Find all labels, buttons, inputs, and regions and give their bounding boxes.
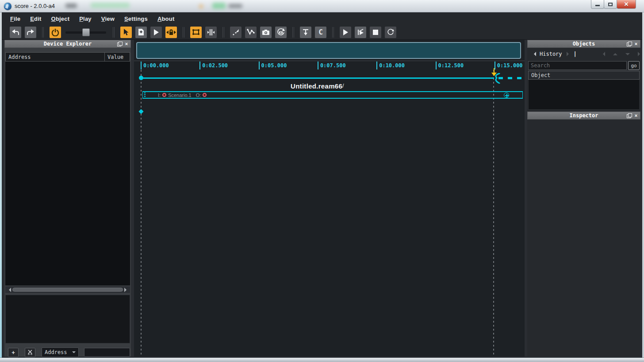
scatter-dots-icon [232, 29, 239, 36]
transport-play-button[interactable] [340, 27, 351, 38]
address-type-dropdown[interactable]: Address [42, 347, 79, 357]
toolbar-separator [183, 27, 184, 38]
chevron-down-icon [72, 351, 76, 355]
window-title: score - 2.0.0-a4 [15, 3, 55, 9]
interval-infinite-dashes [498, 77, 522, 79]
interval-line[interactable] [141, 77, 494, 79]
add-process-icon[interactable] [504, 92, 509, 98]
interval-speed-glyph: / [342, 82, 344, 89]
refresh-rate-slider[interactable] [65, 27, 106, 38]
process-slot[interactable]: I: Scenario.1 O: [142, 91, 523, 99]
create-tool-button[interactable] [135, 27, 147, 38]
menu-item-play[interactable]: Play [74, 13, 96, 24]
close-panel-icon[interactable]: × [633, 41, 639, 46]
slider-handle[interactable] [82, 28, 90, 36]
inspector-panel-title: Inspector [528, 112, 640, 119]
object-search-row: go [528, 61, 640, 70]
object-list-header[interactable]: Object [528, 71, 640, 80]
output-port-icon[interactable] [203, 93, 207, 97]
menu-item-file[interactable]: File [5, 13, 25, 24]
address-value-input[interactable] [84, 348, 130, 357]
curve-edit-button[interactable] [245, 27, 257, 38]
inspector-panel-titlebar[interactable]: Inspector × [527, 112, 640, 119]
maximize-button[interactable] [604, 0, 617, 9]
condition-tool-button[interactable]: C [315, 27, 326, 38]
float-panel-icon[interactable] [626, 41, 632, 46]
record-automation-button[interactable] [275, 27, 287, 38]
enable-listening-button[interactable] [50, 27, 61, 38]
input-port-icon[interactable] [162, 93, 166, 97]
go-label: go [631, 63, 636, 69]
timeline-minimap[interactable] [136, 42, 521, 59]
interval-name-text: Untitled.ream66 [291, 82, 342, 90]
end-event-dashed-line [493, 70, 494, 356]
redo-icon [27, 29, 34, 35]
device-messages-area[interactable] [5, 295, 130, 343]
sequence-lock-button[interactable] [165, 27, 177, 38]
add-device-button[interactable]: + [8, 348, 19, 357]
nav-left-icon[interactable] [601, 52, 605, 56]
play-tool-button[interactable] [150, 27, 162, 38]
power-icon [51, 28, 59, 36]
close-panel-icon[interactable]: × [633, 113, 639, 118]
process-title[interactable]: Scenario.1 [168, 92, 192, 98]
nav-up-icon[interactable] [613, 51, 617, 55]
device-tree-body[interactable] [5, 62, 130, 285]
transport-stop-button[interactable] [370, 27, 381, 38]
reinit-loop-icon [387, 29, 394, 36]
object-list[interactable] [528, 80, 640, 110]
menu-item-view[interactable]: View [96, 13, 119, 24]
interval-name[interactable]: Untitled.ream66/ [141, 82, 494, 90]
split-tool-button[interactable] [205, 27, 217, 38]
history-back-icon[interactable] [532, 52, 536, 56]
play-from-here-button[interactable] [355, 27, 366, 38]
device-tree-hscrollbar[interactable] [5, 286, 130, 293]
objects-panel-titlebar[interactable]: Objects × [527, 40, 640, 48]
menu-item-object[interactable]: Object [46, 13, 75, 24]
scrollbar-handle[interactable] [12, 288, 123, 292]
rubber-band-select-button[interactable] [190, 27, 202, 38]
history-forward-icon[interactable] [567, 52, 571, 56]
float-panel-icon[interactable] [117, 41, 122, 46]
menu-item-settings[interactable]: Settings [119, 13, 153, 24]
plus-icon: + [12, 349, 15, 356]
device-explorer-titlebar[interactable]: Device Explorer × [4, 40, 131, 48]
remove-node-button[interactable] [25, 348, 35, 357]
scenario-canvas[interactable]: 0:00.0000:02.5000:05.0000:07.5000:10.000… [134, 40, 525, 357]
trigger-tool-button[interactable] [300, 27, 311, 38]
stop-icon [373, 30, 378, 35]
scroll-left-icon[interactable] [7, 288, 11, 292]
redo-button[interactable] [25, 27, 36, 38]
toolbar-separator [113, 27, 115, 38]
snapshot-button[interactable] [260, 27, 272, 38]
taskbar-blur-blob [212, 3, 226, 9]
trigger-icon [302, 29, 309, 36]
column-header-value[interactable]: Value [105, 53, 130, 61]
menu-item-edit[interactable]: Edit [25, 13, 46, 24]
taskbar-blur-blob [65, 4, 77, 8]
search-input[interactable] [528, 61, 627, 70]
scale-mode-button[interactable] [230, 27, 242, 38]
slot-drag-handle-icon[interactable] [144, 92, 146, 97]
select-tool-button[interactable] [120, 27, 132, 38]
state-marker[interactable] [138, 109, 143, 114]
reinitialize-button[interactable] [385, 27, 396, 38]
app-client-area: FileEditObjectPlayViewSettingsAbout [2, 12, 642, 358]
play-icon [343, 29, 348, 35]
menu-item-about[interactable]: About [153, 13, 180, 24]
nav-down-icon[interactable] [625, 53, 630, 58]
scroll-right-icon[interactable] [124, 288, 129, 292]
objects-panel-title: Objects [528, 41, 640, 47]
right-dock: Objects × History | go [527, 40, 640, 357]
search-go-button[interactable]: go [628, 61, 640, 70]
minimize-button[interactable] [591, 0, 604, 9]
close-button[interactable]: ✕ [617, 0, 636, 9]
window-titlebar[interactable]: score - 2.0.0-a4 ✕ [0, 0, 644, 12]
close-panel-icon[interactable]: × [124, 41, 129, 46]
selection-rect-icon [192, 29, 200, 35]
float-panel-icon[interactable] [626, 113, 632, 118]
time-ruler[interactable]: 0:00.0000:02.5000:05.0000:07.5000:10.000… [134, 61, 525, 69]
column-header-address[interactable]: Address [6, 53, 105, 61]
undo-button[interactable] [10, 27, 21, 38]
nav-right-icon[interactable] [638, 52, 642, 56]
